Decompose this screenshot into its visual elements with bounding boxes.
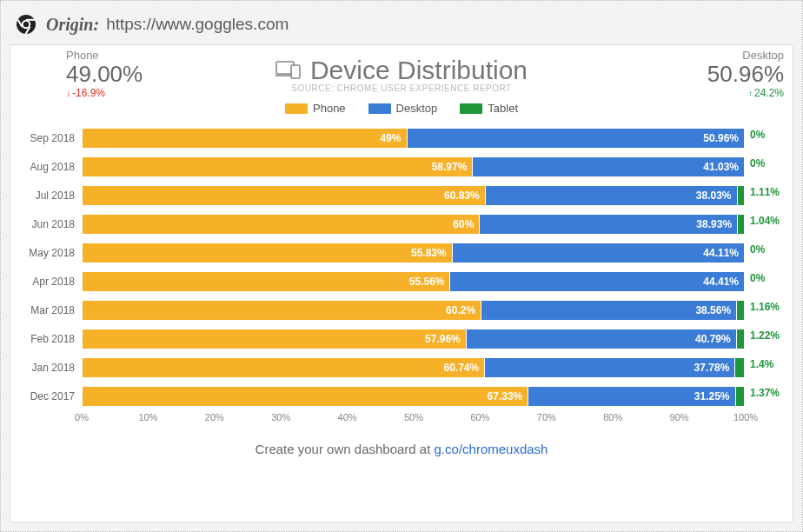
segment-phone: 67.33% xyxy=(83,387,528,406)
chart-row: Jun 201860%38.93%1.04% xyxy=(82,209,746,238)
footer-link[interactable]: g.co/chromeuxdash xyxy=(435,442,548,456)
segment-desktop: 41.03% xyxy=(473,157,745,176)
chart-row: Mar 201860.2%38.56%1.16% xyxy=(82,296,746,324)
chart-row: Dec 201767.33%31.25%1.37% xyxy=(82,382,746,410)
title-row: Device Distribution SOURCE: CHROME USER … xyxy=(26,56,777,93)
axis-tick: 0% xyxy=(75,412,89,422)
footer: Create your own dashboard at g.co/chrome… xyxy=(26,428,777,456)
legend-phone: Phone xyxy=(285,102,346,115)
bar: 55.83%44.11%0% xyxy=(82,243,746,263)
segment-phone: 58.97% xyxy=(83,157,473,176)
segment-tablet xyxy=(738,186,745,205)
row-label: Aug 2018 xyxy=(26,161,82,173)
footer-text: Create your own dashboard at xyxy=(256,442,435,456)
row-label: Jun 2018 xyxy=(26,218,82,230)
segment-desktop: 44.41% xyxy=(450,272,745,291)
tablet-value-label: 0% xyxy=(747,157,776,170)
axis-tick: 20% xyxy=(205,412,224,422)
chart-row: Aug 201858.97%41.03%0% xyxy=(82,152,746,181)
report-frame: Origin: https://www.goggles.com Phone 49… xyxy=(0,0,803,532)
bar: 60%38.93%1.04% xyxy=(82,214,746,235)
chart-row: Jul 201860.83%38.03%1.11% xyxy=(82,181,746,209)
axis-tick: 70% xyxy=(537,412,556,422)
tablet-value-label: 1.37% xyxy=(747,387,776,399)
swatch-desktop xyxy=(368,103,391,114)
row-label: Sep 2018 xyxy=(26,132,82,144)
segment-desktop: 38.03% xyxy=(486,186,738,205)
tablet-value-label: 1.04% xyxy=(747,215,776,227)
chart-title: Device Distribution xyxy=(275,56,528,85)
tablet-value-label: 0% xyxy=(747,129,776,141)
x-axis: 0%10%20%30%40%50%60%70%80%90%100% xyxy=(82,410,746,428)
bar: 60.2%38.56%1.16% xyxy=(82,300,746,321)
bar: 55.56%44.41%0% xyxy=(82,271,746,292)
segment-phone: 55.56% xyxy=(83,272,450,291)
segment-phone: 60.83% xyxy=(83,186,486,205)
axis-tick: 50% xyxy=(404,412,423,422)
svg-rect-5 xyxy=(291,65,300,78)
tablet-value-label: 1.4% xyxy=(747,358,776,370)
bar: 49%50.96%0% xyxy=(82,128,746,149)
segment-desktop: 38.56% xyxy=(481,301,737,320)
chrome-icon xyxy=(15,13,37,36)
segment-phone: 49% xyxy=(83,129,408,148)
row-label: Jan 2018 xyxy=(26,362,82,374)
chart-row: Apr 201855.56%44.41%0% xyxy=(82,267,746,296)
bar: 60.83%38.03%1.11% xyxy=(82,185,746,206)
chart-row: Sep 201849%50.96%0% xyxy=(82,123,746,152)
row-label: Jul 2018 xyxy=(26,190,82,202)
segment-phone: 57.96% xyxy=(83,329,467,349)
segment-tablet xyxy=(737,301,745,320)
swatch-phone xyxy=(285,103,308,114)
chart-row: Feb 201857.96%40.79%1.22% xyxy=(82,324,746,353)
stacked-bar-chart: Sep 201849%50.96%0%Aug 201858.97%41.03%0… xyxy=(26,123,777,428)
row-label: Mar 2018 xyxy=(26,304,82,316)
segment-phone: 60.2% xyxy=(83,301,481,320)
segment-desktop: 38.93% xyxy=(480,215,738,234)
segment-desktop: 37.78% xyxy=(485,358,735,377)
chart-panel: Phone 49.00% ↓-16.9% Desktop 50.96% ↑24.… xyxy=(10,44,793,522)
origin-url: https://www.goggles.com xyxy=(106,15,289,34)
segment-tablet xyxy=(735,358,745,377)
chart-row: Jan 201860.74%37.78%1.4% xyxy=(82,353,746,382)
tablet-value-label: 1.16% xyxy=(747,301,776,313)
axis-tick: 90% xyxy=(670,412,689,422)
axis-tick: 100% xyxy=(733,412,758,422)
axis-tick: 40% xyxy=(338,412,357,422)
segment-desktop: 50.96% xyxy=(408,129,745,148)
segment-phone: 55.83% xyxy=(83,243,453,263)
axis-tick: 80% xyxy=(603,412,622,422)
tablet-value-label: 0% xyxy=(747,272,776,284)
chart-row: May 201855.83%44.11%0% xyxy=(82,238,746,267)
axis-tick: 10% xyxy=(138,412,157,422)
segment-phone: 60% xyxy=(83,215,480,234)
axis-tick: 60% xyxy=(470,412,489,422)
tablet-value-label: 0% xyxy=(747,243,776,256)
bar: 58.97%41.03%0% xyxy=(82,156,746,177)
bar: 67.33%31.25%1.37% xyxy=(82,386,746,407)
bar: 60.74%37.78%1.4% xyxy=(82,357,746,378)
tablet-value-label: 1.22% xyxy=(747,329,776,342)
chart-subtitle: SOURCE: CHROME USER EXPERIENCE REPORT xyxy=(26,83,777,93)
segment-tablet xyxy=(736,387,745,406)
devices-icon xyxy=(275,56,302,85)
axis-tick: 30% xyxy=(271,412,290,422)
segment-phone: 60.74% xyxy=(83,358,485,377)
tablet-value-label: 1.11% xyxy=(747,186,776,198)
row-label: Feb 2018 xyxy=(26,333,82,345)
swatch-tablet xyxy=(460,103,482,114)
legend-desktop: Desktop xyxy=(368,102,438,115)
svg-point-2 xyxy=(23,22,29,27)
segment-desktop: 40.79% xyxy=(467,329,737,349)
segment-tablet xyxy=(738,215,745,234)
legend: Phone Desktop Tablet xyxy=(26,102,777,115)
legend-tablet: Tablet xyxy=(460,102,518,115)
segment-desktop: 31.25% xyxy=(528,387,735,406)
row-label: May 2018 xyxy=(26,247,82,259)
row-label: Dec 2017 xyxy=(26,390,82,402)
origin-bar: Origin: https://www.goggles.com xyxy=(10,10,793,44)
segment-desktop: 44.11% xyxy=(453,243,745,263)
bar: 57.96%40.79%1.22% xyxy=(82,329,746,349)
origin-label: Origin: xyxy=(46,15,99,35)
row-label: Apr 2018 xyxy=(26,276,82,288)
